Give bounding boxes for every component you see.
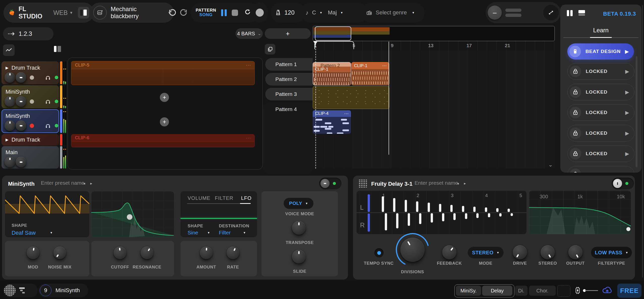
track-volume-knob[interactable]	[5, 157, 15, 167]
track-row[interactable]: ▶Drum Track	[2, 134, 59, 146]
output-knob[interactable]	[568, 245, 582, 259]
sidebar-scrollbar[interactable]	[636, 56, 637, 167]
learn-item-locked[interactable]: LOCKED ▶	[567, 104, 634, 121]
play-icon[interactable]: ▶	[625, 171, 629, 173]
preset-next-icon[interactable]: ▸	[464, 181, 466, 186]
automation-button[interactable]	[3, 44, 15, 56]
play-icon[interactable]: ▶	[625, 68, 629, 74]
current-instrument[interactable]: 9 MiniSynth	[38, 284, 88, 297]
headphones-icon[interactable]	[45, 98, 51, 104]
learn-item-locked[interactable]: LOCKED ▶	[567, 145, 634, 162]
delay-filter-display[interactable]: 300 1k 10k	[529, 191, 631, 234]
shape-value[interactable]: Deaf Saw	[12, 230, 36, 236]
plugin-enable-toggle[interactable]	[612, 178, 634, 189]
drive-knob[interactable]	[513, 245, 527, 259]
clip-menu-icon[interactable]: ⋯	[246, 62, 251, 68]
transpose-knob[interactable]	[292, 250, 306, 263]
pattern-item-active[interactable]: Pattern 4	[265, 103, 320, 116]
play-icon[interactable]: ▶	[625, 89, 629, 95]
pause-button[interactable]	[221, 9, 227, 16]
cpu-slider-track[interactable]	[585, 290, 598, 291]
track-expand-icon[interactable]: ▶	[6, 138, 9, 142]
cutoff-knob[interactable]	[114, 247, 126, 259]
instrument-slot-number[interactable]: 9	[40, 285, 51, 296]
minimap-view-bracket[interactable]	[315, 26, 351, 41]
pattern-clip[interactable]: CLIP-6 ⋯	[71, 134, 255, 147]
key-scale-value[interactable]: Maj	[328, 9, 337, 16]
split-view-icon[interactable]	[567, 10, 573, 16]
play-icon[interactable]: ▶	[625, 151, 629, 157]
record-button[interactable]	[252, 3, 268, 23]
learn-item-locked[interactable]: LOCKED ▶	[567, 166, 634, 173]
track-pan-knob[interactable]	[16, 157, 26, 167]
playlist-view-icon[interactable]	[19, 287, 25, 293]
poly-dropdown[interactable]: POLY ▼	[284, 198, 313, 209]
preset-prev-icon[interactable]: ◂	[457, 181, 459, 186]
filter-handle[interactable]	[626, 227, 630, 231]
voice-mode-knob[interactable]	[292, 221, 306, 235]
plugin-enable-toggle[interactable]	[319, 178, 341, 189]
filtertype-dropdown[interactable]: LOW PASS ▼	[591, 247, 632, 258]
channel-rack-icon[interactable]	[4, 285, 16, 296]
track-volume-knob[interactable]	[5, 96, 15, 107]
song-label[interactable]: SONG	[196, 13, 216, 17]
track-mute-dot[interactable]	[30, 99, 34, 104]
track-volume-knob[interactable]	[5, 120, 15, 131]
playhead[interactable]	[315, 41, 316, 169]
rows-view-icon[interactable]	[578, 10, 585, 16]
play-icon[interactable]: ▶	[625, 48, 629, 55]
loop-region-marker[interactable]	[314, 41, 354, 49]
learn-item-locked[interactable]: LOCKED ▶	[567, 84, 634, 100]
chip-minisynth[interactable]: MiniSy.	[456, 286, 481, 296]
duplicate-pattern-button[interactable]	[265, 44, 275, 55]
preset-prev-icon[interactable]: ◂	[83, 181, 85, 186]
chip-chorus[interactable]: Chor.	[529, 286, 556, 296]
resonance-knob[interactable]	[141, 247, 153, 259]
window-scrollbar[interactable]	[642, 5, 643, 278]
song-end-marker[interactable]	[389, 42, 389, 155]
divisions-knob[interactable]	[400, 238, 425, 262]
track-row[interactable]: MiniSynth	[2, 85, 59, 108]
stereo-knob[interactable]	[541, 245, 555, 259]
redo-button[interactable]	[180, 8, 188, 18]
track-mute-dot[interactable]	[30, 75, 34, 80]
app-menu[interactable]: FL STUDIO WEB ▾	[4, 3, 94, 23]
stop-button[interactable]	[232, 10, 238, 16]
mod-knob[interactable]	[27, 247, 39, 259]
track-pan-knob[interactable]	[16, 96, 26, 107]
zoom-out-knob[interactable]: –	[488, 6, 502, 20]
amount-knob[interactable]	[200, 247, 213, 259]
tab-volume[interactable]: VOLUME	[188, 195, 210, 201]
track-pan-knob[interactable]	[16, 120, 26, 131]
tempo-value[interactable]: 120	[284, 9, 295, 16]
delay-echo-display[interactable]: L R 1 2 3 4 5	[357, 191, 526, 234]
toggle-knob[interactable]	[613, 179, 622, 188]
pattern-item[interactable]: Pattern 2	[265, 73, 320, 86]
learn-item-locked[interactable]: LOCKED ▶	[567, 63, 634, 80]
playlist-clip-selected[interactable]: Pattern 2 CLIP-1	[313, 62, 351, 85]
genre-caret-icon[interactable]: ▼	[412, 11, 415, 14]
pattern-clip[interactable]: CLIP-5 ⋯	[71, 61, 255, 85]
free-plan-button[interactable]: FREE	[617, 284, 641, 298]
fullscreen-button[interactable]	[543, 5, 559, 20]
play-icon[interactable]: ▶	[625, 110, 629, 116]
lfo-shape-value[interactable]: Sine	[188, 230, 198, 236]
filter-handle[interactable]	[127, 214, 132, 220]
version-badge[interactable]: 1.2.3	[3, 27, 53, 40]
undo-button[interactable]	[168, 8, 177, 18]
pattern-item[interactable]: Pattern 1	[265, 58, 320, 71]
preset-name-input[interactable]	[40, 180, 94, 186]
feedback-knob[interactable]	[442, 245, 456, 259]
pattern-item[interactable]: Pattern 3	[265, 88, 320, 100]
loop-button[interactable]	[243, 8, 251, 17]
bars-selector[interactable]: 4 BARS ⌄	[236, 28, 263, 39]
track-record-dot[interactable]	[30, 124, 34, 128]
track-collapse-icon[interactable]	[54, 46, 61, 52]
playlist-clip[interactable]: CLIP-1 ⋯	[351, 62, 389, 85]
playlist-clip[interactable]: CLIP-4 ⋯	[313, 110, 351, 134]
playlist-clip[interactable]	[313, 86, 389, 109]
learn-item-beat-design[interactable]: BEAT DESIGN ▶	[567, 43, 634, 60]
track-pan-knob[interactable]	[16, 72, 26, 83]
tab-filter[interactable]: FILTER	[215, 195, 233, 201]
key-scale-caret-icon[interactable]: ▼	[340, 11, 343, 14]
